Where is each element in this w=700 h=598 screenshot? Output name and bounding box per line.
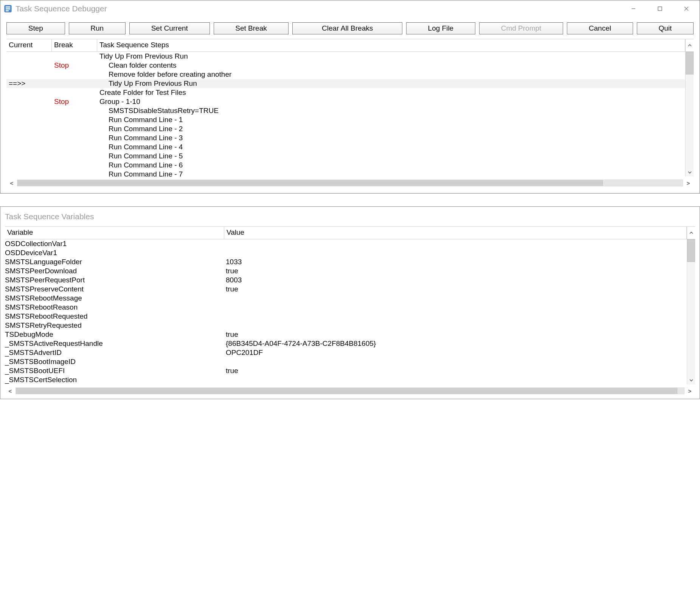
- cell-value: [224, 376, 687, 384]
- table-row[interactable]: SMSTSPeerRequestPort8003: [5, 276, 687, 285]
- steps-hscrollbar[interactable]: < >: [6, 179, 694, 187]
- table-row[interactable]: _SMSTSBootUEFItrue: [5, 366, 687, 375]
- vars-hscrollbar[interactable]: < >: [5, 387, 695, 395]
- table-row[interactable]: SMSTSPreserveContenttrue: [5, 285, 687, 294]
- vars-scroll-down[interactable]: [687, 376, 695, 384]
- svg-rect-3: [6, 10, 9, 11]
- clear-all-breaks-button[interactable]: Clear All Breaks: [292, 22, 402, 34]
- table-row[interactable]: _SMSTSBootImageID: [5, 357, 687, 366]
- col-break[interactable]: Break: [52, 39, 97, 51]
- svg-rect-5: [658, 7, 662, 11]
- cell-value: true: [224, 330, 687, 339]
- table-row[interactable]: SMSTSRebootMessage: [5, 294, 687, 303]
- table-row[interactable]: StopClean folder contents: [6, 61, 685, 70]
- steps-vscrollbar[interactable]: [685, 52, 694, 177]
- col-current[interactable]: Current: [6, 39, 52, 51]
- set-break-button[interactable]: Set Break: [214, 22, 289, 34]
- cell-value: [224, 240, 687, 248]
- table-row[interactable]: OSDDeviceVar1: [5, 248, 687, 257]
- close-button[interactable]: [673, 0, 700, 17]
- col-steps[interactable]: Task Sequence Steps: [97, 39, 685, 51]
- cell-current: [6, 61, 52, 70]
- table-row[interactable]: SMSTSRebootRequested: [5, 312, 687, 321]
- table-row[interactable]: SMSTSPeerDownloadtrue: [5, 266, 687, 276]
- table-row[interactable]: Tidy Up From Previous Run: [6, 52, 685, 61]
- run-button[interactable]: Run: [69, 22, 126, 34]
- scroll-down-button[interactable]: [686, 168, 694, 177]
- variables-title: Task Sequence Variables: [0, 207, 700, 226]
- variables-header: Variable Value: [5, 226, 695, 239]
- table-row[interactable]: Run Command Line - 7: [6, 170, 685, 177]
- cell-step: Run Command Line - 2: [97, 125, 685, 133]
- table-row[interactable]: OSDCollectionVar1: [5, 239, 687, 248]
- cell-step: Run Command Line - 4: [97, 143, 685, 151]
- vars-vscrollbar[interactable]: [687, 239, 695, 384]
- vars-scroll-up[interactable]: [687, 227, 695, 239]
- hscroll-track[interactable]: [17, 180, 683, 186]
- cell-value: [224, 249, 687, 257]
- minimize-button[interactable]: [620, 0, 647, 17]
- hscroll-thumb[interactable]: [16, 388, 677, 394]
- scrollbar-thumb[interactable]: [686, 52, 694, 74]
- table-row[interactable]: _SMSTSAdvertIDOPC201DF: [5, 348, 687, 357]
- hscroll-right[interactable]: >: [684, 388, 695, 394]
- table-row[interactable]: ==>>Tidy Up From Previous Run: [6, 79, 685, 88]
- cell-variable: SMSTSPeerDownload: [5, 267, 224, 275]
- scroll-up-button[interactable]: [685, 39, 694, 51]
- cell-value: [224, 312, 687, 321]
- table-row[interactable]: Remove folder before creating another: [6, 70, 685, 79]
- table-row[interactable]: _SMSTSCertSelection: [5, 375, 687, 384]
- table-row[interactable]: Run Command Line - 4: [6, 143, 685, 152]
- cell-current: [6, 52, 52, 60]
- cell-variable: SMSTSRebootMessage: [5, 294, 224, 302]
- step-button[interactable]: Step: [6, 22, 65, 34]
- log-file-button[interactable]: Log File: [406, 22, 475, 34]
- cell-break: Stop: [52, 98, 97, 106]
- table-row[interactable]: Run Command Line - 5: [6, 152, 685, 161]
- table-row[interactable]: SMSTSLanguageFolder1033: [5, 257, 687, 266]
- table-row[interactable]: Run Command Line - 1: [6, 115, 685, 124]
- cell-current: [6, 161, 52, 169]
- table-row[interactable]: Run Command Line - 2: [6, 124, 685, 133]
- cell-variable: _SMSTSBootUEFI: [5, 367, 224, 375]
- hscroll-thumb[interactable]: [17, 180, 603, 186]
- col-variable[interactable]: Variable: [5, 227, 224, 239]
- cell-current: [6, 107, 52, 115]
- cell-break: [52, 107, 97, 115]
- table-row[interactable]: Create Folder for Test Files: [6, 88, 685, 97]
- table-row[interactable]: StopGroup - 1-10: [6, 97, 685, 106]
- variables-rows[interactable]: OSDCollectionVar1OSDDeviceVar1SMSTSLangu…: [5, 239, 687, 384]
- table-row[interactable]: TSDebugModetrue: [5, 330, 687, 339]
- cell-variable: OSDCollectionVar1: [5, 240, 224, 248]
- cell-variable: SMSTSRetryRequested: [5, 321, 224, 330]
- cancel-button[interactable]: Cancel: [567, 22, 633, 34]
- set-current-button[interactable]: Set Current: [129, 22, 210, 34]
- hscroll-track[interactable]: [16, 387, 684, 394]
- steps-list: Current Break Task Sequence Steps Tidy U…: [6, 39, 694, 187]
- col-value[interactable]: Value: [224, 227, 687, 239]
- variables-window: Task Sequence Variables Variable Value O…: [0, 206, 700, 399]
- table-row[interactable]: SMSTSDisableStatusRetry=TRUE: [6, 106, 685, 115]
- cmd-prompt-button: Cmd Prompt: [479, 22, 563, 34]
- table-row[interactable]: _SMSTSActiveRequestHandle{86B345D4-A04F-…: [5, 339, 687, 348]
- table-row[interactable]: Run Command Line - 6: [6, 161, 685, 170]
- hscroll-left[interactable]: <: [6, 180, 17, 186]
- toolbar: Step Run Set Current Set Break Clear All…: [0, 17, 700, 39]
- table-row[interactable]: SMSTSRetryRequested: [5, 321, 687, 330]
- cell-step: Run Command Line - 5: [97, 152, 685, 160]
- cell-step: Tidy Up From Previous Run: [97, 52, 685, 60]
- hscroll-right[interactable]: >: [683, 180, 694, 186]
- cell-value: [224, 321, 687, 330]
- scrollbar-thumb[interactable]: [687, 239, 695, 262]
- cell-step: Remove folder before creating another: [97, 70, 685, 79]
- table-row[interactable]: Run Command Line - 3: [6, 133, 685, 143]
- cell-current: [6, 116, 52, 124]
- cell-step: Run Command Line - 7: [97, 170, 685, 177]
- steps-rows[interactable]: Tidy Up From Previous RunStopClean folde…: [6, 52, 685, 177]
- hscroll-left[interactable]: <: [5, 388, 16, 394]
- table-row[interactable]: SMSTSRebootReason: [5, 303, 687, 312]
- svg-rect-2: [6, 8, 10, 9]
- cell-current: [6, 143, 52, 151]
- quit-button[interactable]: Quit: [637, 22, 694, 34]
- maximize-button[interactable]: [647, 0, 673, 17]
